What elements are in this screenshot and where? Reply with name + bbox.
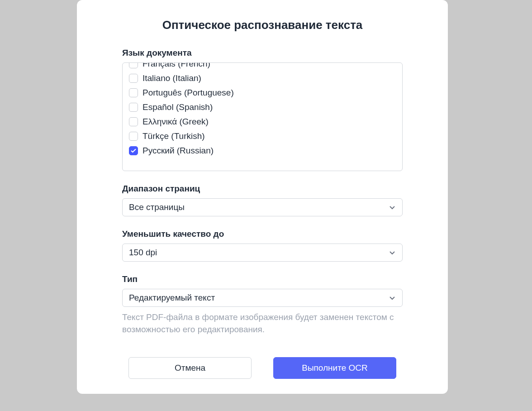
modal-title: Оптическое распознавание текста (122, 18, 403, 32)
language-label: Français (French) (142, 62, 210, 69)
language-checkbox[interactable] (129, 62, 138, 68)
document-language-label: Язык документа (122, 48, 403, 58)
chevron-down-icon (389, 249, 396, 256)
page-range-value: Все страницы (129, 202, 185, 212)
chevron-down-icon (389, 204, 396, 211)
quality-label: Уменьшить качество до (122, 229, 403, 239)
language-checkbox[interactable] (129, 88, 138, 97)
cancel-button[interactable]: Отмена (128, 357, 252, 379)
language-checkbox[interactable] (129, 132, 138, 141)
language-item[interactable]: Italiano (Italian) (123, 71, 402, 86)
language-list-box[interactable]: Français (French)Italiano (Italian)Portu… (122, 62, 403, 171)
ocr-modal: Оптическое распознавание текста Язык док… (77, 0, 448, 394)
language-item[interactable]: Türkçe (Turkish) (123, 129, 402, 143)
type-description: Текст PDF-файла в формате изображения бу… (122, 311, 403, 335)
language-checkbox[interactable] (129, 117, 138, 126)
submit-button[interactable]: Выполните OCR (273, 357, 396, 379)
language-label: Ελληνικά (Greek) (142, 117, 209, 127)
language-item[interactable]: Русский (Russian) (123, 143, 402, 158)
language-checkbox[interactable] (129, 146, 138, 155)
button-row: Отмена Выполните OCR (122, 357, 403, 379)
language-label: Русский (Russian) (142, 146, 214, 156)
language-label: Português (Portuguese) (142, 88, 234, 98)
type-label: Тип (122, 274, 403, 284)
language-item[interactable]: Español (Spanish) (123, 100, 402, 115)
type-value: Редактируемый текст (129, 293, 215, 303)
language-checkbox[interactable] (129, 74, 138, 83)
language-item[interactable]: Français (French) (123, 62, 402, 71)
language-checkbox[interactable] (129, 103, 138, 112)
language-item[interactable]: Ελληνικά (Greek) (123, 115, 402, 129)
language-item[interactable]: Português (Portuguese) (123, 86, 402, 100)
quality-select[interactable]: 150 dpi (122, 244, 403, 262)
page-range-select[interactable]: Все страницы (122, 198, 403, 216)
chevron-down-icon (389, 294, 396, 301)
language-label: Español (Spanish) (142, 102, 213, 112)
language-label: Italiano (Italian) (142, 73, 201, 83)
language-label: Türkçe (Turkish) (142, 131, 205, 141)
page-range-label: Диапазон страниц (122, 184, 403, 194)
type-select[interactable]: Редактируемый текст (122, 289, 403, 307)
quality-value: 150 dpi (129, 248, 157, 258)
language-list: Français (French)Italiano (Italian)Portu… (123, 62, 402, 158)
